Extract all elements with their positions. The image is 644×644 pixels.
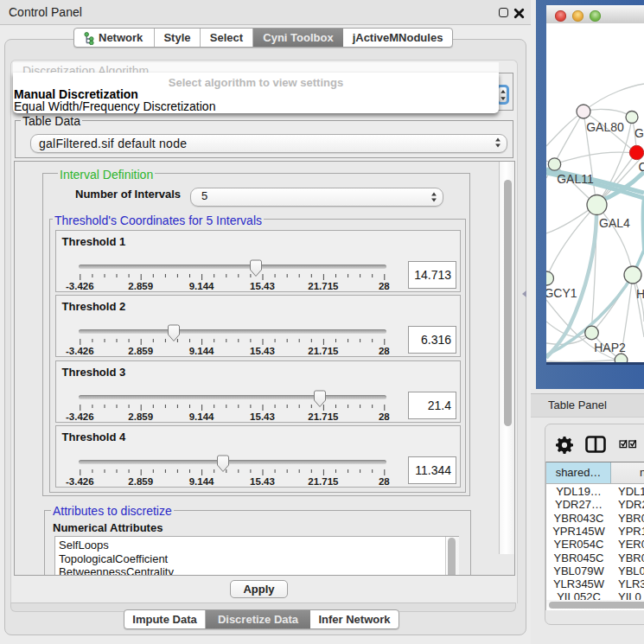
svg-text:C: C (639, 160, 644, 174)
svg-text:HAP2: HAP2 (594, 341, 626, 354)
svg-text:GCY1: GCY1 (546, 286, 577, 300)
svg-text:GAL4: GAL4 (599, 216, 630, 230)
svg-text:G.: G. (634, 126, 644, 140)
svg-text:GAL80: GAL80 (586, 120, 624, 134)
svg-text:H: H (636, 287, 644, 301)
svg-text:GAL11: GAL11 (557, 172, 594, 186)
